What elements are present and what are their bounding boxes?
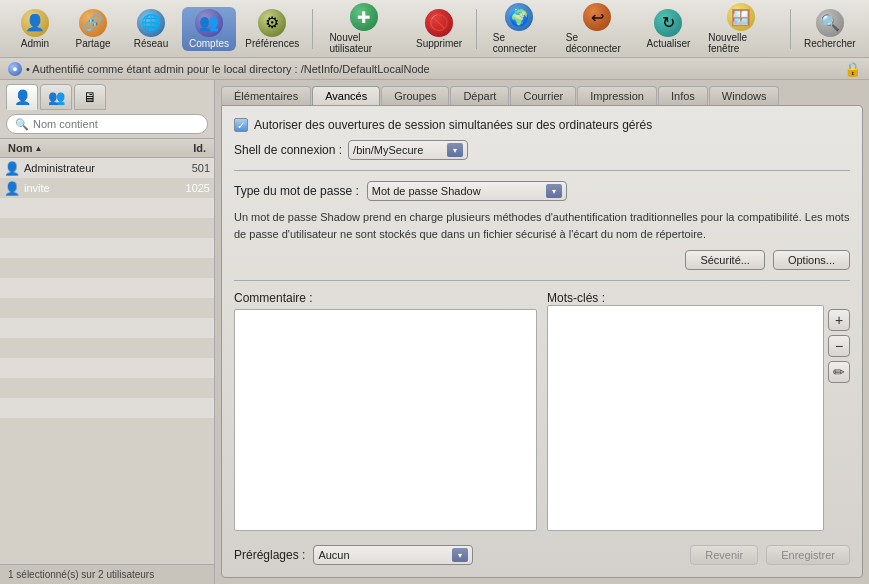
- tab-elementaires[interactable]: Élémentaires: [221, 86, 311, 105]
- toolbar-search[interactable]: 🔍 Rechercher: [799, 7, 861, 51]
- toolbar-delete-label: Supprimer: [416, 38, 462, 49]
- toolbar-network[interactable]: 🌐 Réseau: [124, 7, 178, 51]
- search-toolbar-icon: 🔍: [816, 9, 844, 37]
- toolbar-refresh[interactable]: ↻ Actualiser: [641, 7, 696, 51]
- tab-depart[interactable]: Départ: [450, 86, 509, 105]
- admin-icon: 👤: [21, 9, 49, 37]
- shell-row: Shell de connexion : /bin/MySecure ▾: [234, 140, 850, 160]
- password-type-label: Type du mot de passe :: [234, 184, 359, 198]
- toolbar-separator-3: [790, 9, 791, 49]
- toolbar-new-user-label: Nouvel utilisateur: [329, 32, 398, 54]
- tab-bar: Élémentaires Avancés Groupes Départ Cour…: [221, 86, 863, 105]
- password-type-row: Type du mot de passe : Mot de passe Shad…: [234, 181, 850, 201]
- tab-groupes[interactable]: Groupes: [381, 86, 449, 105]
- toolbar-accounts[interactable]: 👥 Comptes: [182, 7, 236, 51]
- toolbar-prefs[interactable]: ⚙ Préférences: [240, 7, 304, 51]
- password-type-combo-arrow: ▾: [546, 184, 562, 198]
- footer: Préréglages : Aucun ▾ Revenir Enregistre…: [234, 545, 850, 565]
- simultaneous-row: ✓ Autoriser des ouvertures de session si…: [234, 118, 850, 132]
- toolbar-share[interactable]: 🔗 Partage: [66, 7, 120, 51]
- toolbar-network-label: Réseau: [134, 38, 168, 49]
- shell-value: /bin/MySecure: [353, 144, 447, 156]
- tab-avances[interactable]: Avancés: [312, 86, 380, 105]
- save-button[interactable]: Enregistrer: [766, 545, 850, 565]
- toolbar-admin-label: Admin: [21, 38, 49, 49]
- shell-combo[interactable]: /bin/MySecure ▾: [348, 140, 468, 160]
- toolbar: 👤 Admin 🔗 Partage 🌐 Réseau 👥 Comptes ⚙ P…: [0, 0, 869, 58]
- tab-courrier[interactable]: Courrier: [510, 86, 576, 105]
- list-header: Nom ▲ Id.: [0, 138, 214, 158]
- tab-impression[interactable]: Impression: [577, 86, 657, 105]
- options-button[interactable]: Options...: [773, 250, 850, 270]
- revert-button[interactable]: Revenir: [690, 545, 758, 565]
- disconnect-icon: ↩: [583, 3, 611, 31]
- status-indicator: ●: [8, 62, 22, 76]
- sidebar-tab-bar: 👤 👥 🖥: [0, 80, 214, 110]
- edit-keyword-button[interactable]: ✏: [828, 361, 850, 383]
- comment-label: Commentaire :: [234, 291, 537, 305]
- toolbar-refresh-label: Actualiser: [646, 38, 690, 49]
- status-bar: ● • Authentifié comme étant admin pour l…: [0, 58, 869, 80]
- share-icon: 🔗: [79, 9, 107, 37]
- new-window-icon: 🪟: [727, 3, 755, 31]
- keywords-textarea[interactable]: [547, 305, 824, 531]
- prefs-icon: ⚙: [258, 9, 286, 37]
- shell-label: Shell de connexion :: [234, 143, 342, 157]
- remove-keyword-button[interactable]: −: [828, 335, 850, 357]
- sidebar-status: 1 sélectionné(s) sur 2 utilisateurs: [0, 564, 214, 584]
- add-keyword-button[interactable]: +: [828, 309, 850, 331]
- list-item[interactable]: 👤 invite 1025: [0, 178, 214, 198]
- sort-arrow-icon: ▲: [34, 144, 42, 153]
- keywords-col: Mots-clés :: [547, 291, 824, 531]
- search-input[interactable]: [33, 118, 199, 130]
- simultaneous-checkbox[interactable]: ✓: [234, 118, 248, 132]
- password-type-combo[interactable]: Mot de passe Shadow ▾: [367, 181, 567, 201]
- preglages-combo[interactable]: Aucun ▾: [313, 545, 473, 565]
- tab-infos[interactable]: Infos: [658, 86, 708, 105]
- tab-windows[interactable]: Windows: [709, 86, 780, 105]
- id-column-header[interactable]: Id.: [160, 141, 210, 155]
- sidebar-tab-computer[interactable]: 🖥: [74, 84, 106, 110]
- toolbar-share-label: Partage: [75, 38, 110, 49]
- sidebar-tab-person[interactable]: 👤: [6, 84, 38, 110]
- toolbar-connect-label: Se connecter: [493, 32, 546, 54]
- lock-icon[interactable]: 🔒: [844, 61, 861, 77]
- refresh-icon: ↻: [654, 9, 682, 37]
- toolbar-accounts-label: Comptes: [189, 38, 229, 49]
- name-column-header[interactable]: Nom ▲: [4, 141, 160, 155]
- toolbar-new-user[interactable]: ✚ Nouvel utilisateur: [321, 1, 406, 56]
- comment-block: Commentaire :: [234, 291, 537, 531]
- session-section: ✓ Autoriser des ouvertures de session si…: [234, 118, 850, 171]
- toolbar-disconnect[interactable]: ↩ Se déconnecter: [558, 1, 637, 56]
- content-area: Élémentaires Avancés Groupes Départ Cour…: [215, 80, 869, 584]
- network-icon: 🌐: [137, 9, 165, 37]
- search-icon: 🔍: [15, 118, 29, 131]
- toolbar-new-window[interactable]: 🪟 Nouvelle fenêtre: [700, 1, 781, 56]
- user-icon: 👤: [4, 181, 20, 196]
- password-type-value: Mot de passe Shadow: [372, 185, 546, 197]
- connect-icon: 🌍: [505, 3, 533, 31]
- sidebar-tab-group[interactable]: 👥: [40, 84, 72, 110]
- keywords-buttons: + − ✏: [828, 309, 850, 531]
- user-icon: 👤: [4, 161, 20, 176]
- new-user-icon: ✚: [350, 3, 378, 31]
- shell-combo-arrow: ▾: [447, 143, 463, 157]
- sidebar: 👤 👥 🖥 🔍 Nom ▲ Id. 👤 Administrateur 501 👤…: [0, 80, 215, 584]
- comment-textarea[interactable]: [234, 309, 537, 531]
- panel: ✓ Autoriser des ouvertures de session si…: [221, 105, 863, 578]
- toolbar-prefs-label: Préférences: [245, 38, 299, 49]
- toolbar-admin[interactable]: 👤 Admin: [8, 7, 62, 51]
- password-section: Type du mot de passe : Mot de passe Shad…: [234, 181, 850, 281]
- toolbar-separator-2: [476, 9, 477, 49]
- toolbar-connect[interactable]: 🌍 Se connecter: [485, 1, 554, 56]
- list-item[interactable]: 👤 Administrateur 501: [0, 158, 214, 178]
- preglages-label: Préréglages :: [234, 548, 305, 562]
- toolbar-new-window-label: Nouvelle fenêtre: [708, 32, 773, 54]
- preglages-combo-arrow: ▾: [452, 548, 468, 562]
- search-box[interactable]: 🔍: [6, 114, 208, 134]
- empty-rows: [0, 198, 214, 564]
- shadow-description: Un mot de passe Shadow prend en charge p…: [234, 209, 850, 242]
- keywords-label: Mots-clés :: [547, 291, 824, 305]
- toolbar-delete[interactable]: 🚫 Supprimer: [410, 7, 467, 51]
- security-button[interactable]: Sécurité...: [685, 250, 765, 270]
